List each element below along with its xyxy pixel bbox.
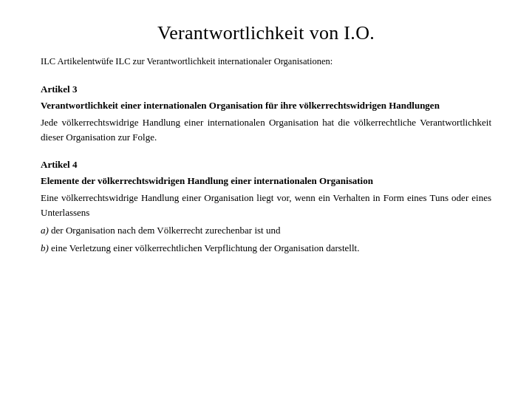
item-a-label: a) <box>41 225 49 236</box>
artikel-3-title: Verantwortlichkeit einer internationalen… <box>41 98 491 113</box>
artikel-4-item-a: a) der Organisation nach dem Völkerrecht… <box>41 223 491 238</box>
artikel-4-body-intro: Eine völkerrechtswidrige Handlung einer … <box>41 191 491 220</box>
artikel-4-item-b: b) eine Verletzung einer völkerrechtlich… <box>41 241 491 256</box>
artikel-4-heading: Artikel 4 <box>41 159 491 171</box>
page-title: Verantwortlichkeit von I.O. <box>41 22 491 44</box>
item-b-text: eine Verletzung einer völkerrechtlichen … <box>51 242 359 253</box>
section-artikel-3: Artikel 3 Verantwortlichkeit einer inter… <box>41 83 491 146</box>
page-container: Verantwortlichkeit von I.O. ILC Artikele… <box>0 0 532 399</box>
subtitle-text: ILC Artikelentwüfe ILC zur Verantwortlic… <box>41 55 491 69</box>
section-artikel-4: Artikel 4 Elemente der völkerrechtswidri… <box>41 159 491 256</box>
item-a-text: der Organisation nach dem Völkerrecht zu… <box>51 225 280 236</box>
artikel-3-body: Jede völkerrechtswidrige Handlung einer … <box>41 115 491 145</box>
artikel-3-heading: Artikel 3 <box>41 83 491 95</box>
item-b-label: b) <box>41 242 49 253</box>
artikel-4-title: Elemente der völkerrechtswidrigen Handlu… <box>41 174 491 188</box>
